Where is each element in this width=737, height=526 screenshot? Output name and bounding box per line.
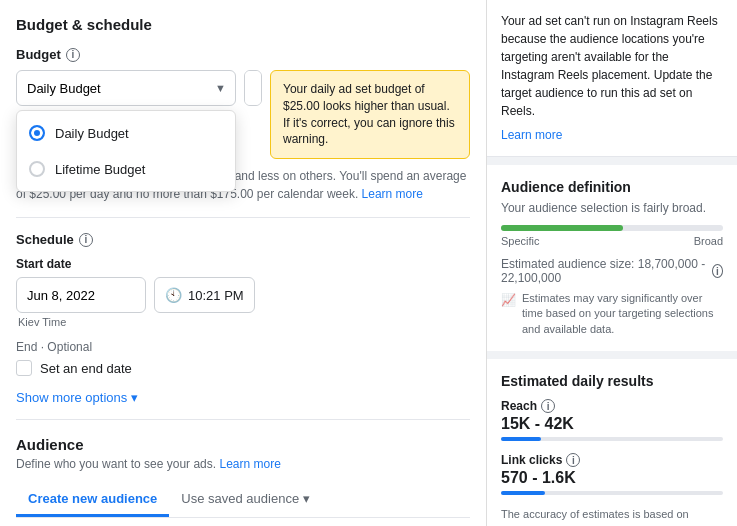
end-date-checkbox-row: Set an end date [16, 360, 470, 376]
tab-saved-audience[interactable]: Use saved audience ▾ [169, 483, 322, 517]
link-clicks-info-icon[interactable]: i [566, 453, 580, 467]
audience-tabs: Create new audience Use saved audience ▾ [16, 483, 470, 518]
show-more-options[interactable]: Show more options ▾ [16, 390, 470, 405]
section-title: Budget & schedule [16, 16, 470, 33]
accuracy-note: The accuracy of estimates is based on fa… [501, 507, 723, 526]
audience-def-title: Audience definition [501, 179, 723, 195]
time-input-wrap[interactable]: 🕙 10:21 PM [154, 277, 255, 313]
chevron-down-icon: ▾ [131, 390, 138, 405]
radio-daily [29, 125, 45, 141]
instagram-warning-banner: Your ad set can't run on Instagram Reels… [487, 0, 737, 157]
divider-1 [16, 217, 470, 218]
audience-bar-fill [501, 225, 623, 231]
dropdown-label-lifetime: Lifetime Budget [55, 162, 145, 177]
broad-label: Broad [694, 235, 723, 247]
link-clicks-bar-fill [501, 491, 545, 495]
start-date-label: Start date [16, 257, 470, 271]
timezone-text: Kiev Time [18, 316, 470, 328]
audience-def-desc: Your audience selection is fairly broad. [501, 201, 723, 215]
reach-label: Reach [501, 399, 537, 413]
time-text: 10:21 PM [188, 288, 244, 303]
reach-value: 15K - 42K [501, 415, 723, 433]
link-clicks-bar [501, 491, 723, 495]
audience-estimate-note: 📈 Estimates may vary significantly over … [501, 291, 723, 337]
audience-section: Audience Define who you want to see your… [16, 436, 470, 518]
metric-link-clicks: Link clicks i 570 - 1.6K [501, 453, 723, 495]
end-label: End · Optional [16, 340, 470, 354]
budget-type-select[interactable]: Daily Budget Lifetime Budget [16, 70, 236, 106]
budget-learn-more-link[interactable]: Learn more [362, 187, 423, 201]
budget-label-text: Budget [16, 47, 61, 62]
end-date-checkbox[interactable] [16, 360, 32, 376]
dropdown-label-daily: Daily Budget [55, 126, 129, 141]
divider-2 [16, 419, 470, 420]
budget-warning-tooltip: Your daily ad set budget of $25.00 looks… [270, 70, 470, 159]
link-clicks-label: Link clicks [501, 453, 562, 467]
reach-bar [501, 437, 723, 441]
dropdown-item-lifetime[interactable]: Lifetime Budget [17, 151, 235, 187]
tab-create-audience[interactable]: Create new audience [16, 483, 169, 517]
budget-amount-wrap: USD ⚠ [244, 70, 262, 106]
audience-title: Audience [16, 436, 470, 453]
instagram-warning-text: Your ad set can't run on Instagram Reels… [501, 14, 718, 118]
audience-desc: Define who you want to see your ads. Lea… [16, 457, 470, 471]
est-results-title: Estimated daily results [501, 373, 723, 389]
start-date-input[interactable] [16, 277, 146, 313]
specific-label: Specific [501, 235, 540, 247]
link-clicks-value: 570 - 1.6K [501, 469, 723, 487]
schedule-label: Schedule i [16, 232, 470, 247]
reach-bar-fill [501, 437, 541, 441]
audience-definition-section: Audience definition Your audience select… [487, 165, 737, 351]
budget-currency-label: USD [261, 81, 262, 96]
reach-info-icon[interactable]: i [541, 399, 555, 413]
metric-reach: Reach i 15K - 42K [501, 399, 723, 441]
audience-specificity-bar [501, 225, 723, 231]
budget-select-wrap: Daily Budget Lifetime Budget ▼ Daily Bud… [16, 70, 236, 106]
audience-learn-more-link[interactable]: Learn more [219, 457, 280, 471]
dropdown-item-daily[interactable]: Daily Budget [17, 115, 235, 151]
radio-lifetime [29, 161, 45, 177]
audience-size-info-icon[interactable]: i [712, 264, 723, 278]
instagram-warning-learn-more[interactable]: Learn more [501, 126, 723, 144]
end-date-checkbox-label: Set an end date [40, 361, 132, 376]
estimated-results-section: Estimated daily results Reach i 15K - 42… [487, 359, 737, 526]
tab-arrow-icon: ▾ [303, 491, 310, 506]
audience-scale: Specific Broad [501, 235, 723, 247]
audience-size-text: Estimated audience size: 18,700,000 - 22… [501, 257, 723, 285]
budget-amount-input[interactable] [245, 71, 261, 105]
clock-icon: 🕙 [165, 287, 182, 303]
budget-dropdown-menu: Daily Budget Lifetime Budget [16, 110, 236, 192]
warning-tooltip-text: Your daily ad set budget of $25.00 looks… [283, 82, 455, 146]
schedule-info-icon[interactable]: i [79, 233, 93, 247]
budget-info-icon[interactable]: i [66, 48, 80, 62]
estimate-icon: 📈 [501, 292, 516, 309]
